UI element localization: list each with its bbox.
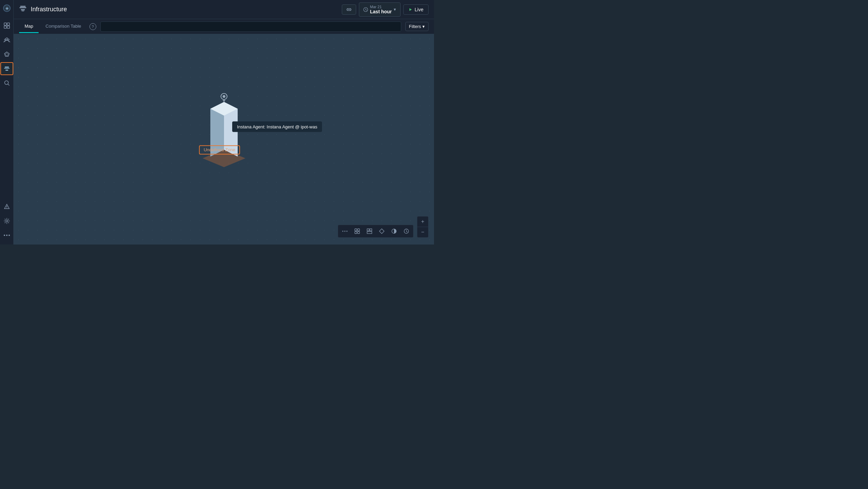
- link-button[interactable]: [342, 4, 356, 15]
- sidebar-item-more[interactable]: [0, 229, 13, 242]
- main-content: Infrastructure Mar 21 Last hour ▾: [14, 0, 434, 244]
- svg-point-21: [9, 235, 10, 236]
- svg-point-35: [345, 231, 346, 232]
- svg-point-19: [4, 235, 5, 236]
- svg-rect-43: [367, 232, 372, 234]
- time-date: Mar 21: [370, 5, 382, 9]
- svg-rect-22: [19, 7, 26, 8]
- svg-rect-11: [4, 68, 10, 69]
- live-label: Live: [415, 7, 423, 12]
- header-actions: Mar 21 Last hour ▾ Live: [342, 2, 429, 17]
- svg-rect-5: [7, 26, 10, 28]
- svg-marker-44: [379, 229, 384, 234]
- svg-rect-39: [355, 232, 357, 234]
- map-toolbar: [338, 225, 414, 238]
- toolbar-table-button[interactable]: [364, 226, 375, 236]
- svg-rect-40: [358, 232, 360, 234]
- svg-line-15: [8, 84, 9, 86]
- svg-point-20: [6, 235, 8, 236]
- svg-point-6: [6, 38, 8, 40]
- toolbar-dots-button[interactable]: [339, 226, 350, 236]
- svg-rect-3: [7, 23, 10, 25]
- zoom-controls: + −: [417, 216, 429, 238]
- sidebar-item-infrastructure[interactable]: [0, 62, 13, 75]
- svg-point-18: [6, 220, 8, 222]
- sidebar-item-dashboard[interactable]: [0, 19, 13, 32]
- filters-chevron: ▾: [422, 24, 425, 29]
- building-isometric: [204, 102, 244, 170]
- map-area[interactable]: Instana Agent: Instana Agent @ ipot-was …: [14, 34, 434, 244]
- svg-rect-13: [5, 70, 8, 71]
- sidebar-item-settings[interactable]: [0, 214, 13, 227]
- svg-text:◈: ◈: [5, 6, 9, 11]
- tab-comparison-table[interactable]: Comparison Table: [40, 20, 87, 33]
- svg-rect-2: [4, 23, 6, 25]
- sidebar-item-agents[interactable]: [0, 48, 13, 61]
- tab-map[interactable]: Map: [19, 20, 39, 33]
- toolbar-shape-button[interactable]: [376, 226, 387, 236]
- time-chevron: ▾: [394, 7, 396, 12]
- svg-point-7: [4, 39, 6, 40]
- building-3d: [204, 93, 244, 170]
- search-input[interactable]: [100, 22, 401, 32]
- time-range-button[interactable]: Mar 21 Last hour ▾: [359, 2, 401, 17]
- svg-rect-38: [358, 229, 360, 231]
- svg-point-29: [223, 95, 225, 98]
- svg-point-34: [342, 231, 344, 232]
- svg-rect-4: [4, 26, 6, 28]
- toolbar-contrast-button[interactable]: [389, 226, 400, 236]
- filters-label: Filters: [409, 24, 421, 29]
- help-icon[interactable]: ?: [89, 23, 96, 30]
- time-period: Last hour: [370, 9, 392, 14]
- toolbar-grid-button[interactable]: [352, 226, 363, 236]
- svg-marker-27: [409, 8, 412, 11]
- svg-point-36: [347, 231, 348, 232]
- svg-rect-12: [5, 67, 9, 68]
- zoom-in-button[interactable]: +: [417, 216, 428, 227]
- svg-rect-42: [370, 229, 372, 231]
- tabs-bar: Map Comparison Table ? Filters ▾: [14, 19, 434, 34]
- sidebar-logo[interactable]: ◈: [1, 3, 12, 14]
- svg-rect-37: [355, 229, 357, 231]
- sidebar-item-team[interactable]: [0, 33, 13, 46]
- filters-button[interactable]: Filters ▾: [405, 22, 429, 31]
- svg-rect-24: [21, 9, 25, 10]
- sidebar-item-alerts[interactable]: [0, 200, 13, 213]
- sidebar: ◈: [0, 0, 14, 244]
- header-infrastructure-icon: [19, 5, 27, 14]
- svg-marker-10: [5, 53, 8, 56]
- live-button[interactable]: Live: [403, 4, 429, 15]
- svg-point-8: [8, 39, 9, 40]
- zoom-out-button[interactable]: −: [417, 227, 428, 237]
- svg-point-14: [4, 81, 8, 85]
- svg-rect-25: [22, 11, 24, 11]
- svg-rect-41: [367, 229, 369, 231]
- sidebar-item-search[interactable]: [0, 76, 13, 89]
- toolbar-timeline-button[interactable]: [401, 226, 412, 236]
- agent-icon: [219, 93, 229, 104]
- building-tooltip: Instana Agent: Instana Agent @ ipot-was: [232, 122, 322, 132]
- page-title: Infrastructure: [31, 6, 338, 13]
- svg-point-17: [6, 208, 7, 208]
- svg-rect-23: [20, 6, 26, 7]
- zone-label[interactable]: Undefined Zone: [199, 145, 240, 155]
- header: Infrastructure Mar 21 Last hour ▾: [14, 0, 434, 19]
